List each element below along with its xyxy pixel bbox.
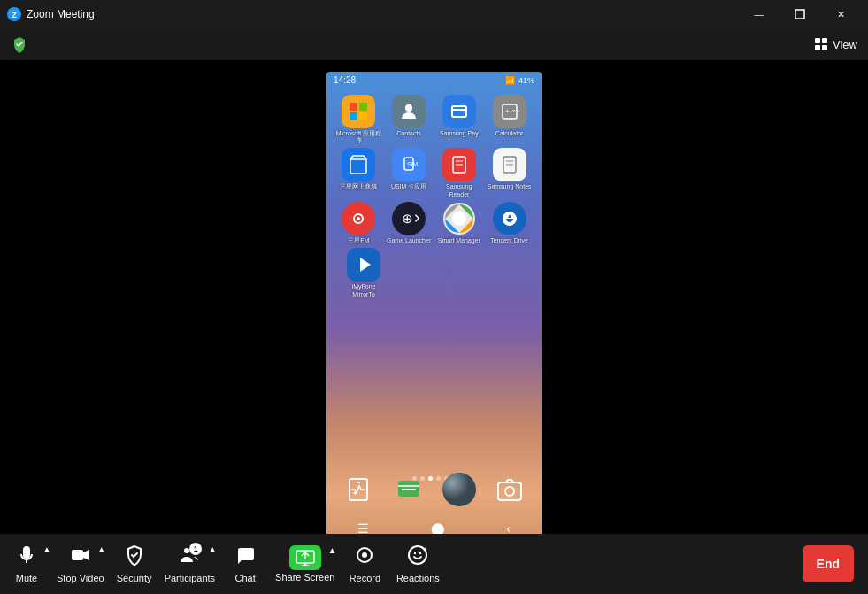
svg-point-29	[452, 212, 466, 226]
app-label: Microsoft 应用程序	[335, 130, 381, 145]
samsung-pay-icon	[442, 95, 476, 128]
contacts-icon	[392, 95, 426, 128]
bottom-toolbar: Mute ▲ Stop Video ▲ Security 1 Participa…	[0, 534, 868, 594]
video-icon	[70, 544, 91, 571]
list-item: Tencent Drive	[487, 202, 533, 244]
app-row-1: Microsoft 应用程序 Contacts Samsung Pay	[334, 95, 534, 145]
tencent-drive-icon	[493, 202, 526, 235]
list-item: +-×÷ Calculator	[487, 95, 533, 145]
mute-button[interactable]: Mute ▲	[0, 539, 53, 589]
status-bar: 14:28 📶 41%	[326, 72, 542, 89]
list-item: Smart Manager	[436, 202, 482, 244]
record-label: Record	[350, 573, 380, 583]
app-row-3: 三星FM ⊕✕ Game Launcher	[334, 202, 534, 244]
list-item: Contacts	[386, 95, 432, 145]
samsung-fm-icon	[342, 202, 375, 235]
svg-point-48	[362, 552, 367, 558]
share-screen-button[interactable]: Share Screen ▲	[272, 540, 338, 588]
svg-point-35	[442, 473, 476, 506]
svg-rect-10	[359, 112, 367, 120]
list-item: SIM USIM 卡应用	[386, 148, 432, 198]
share-screen-chevron-icon: ▲	[327, 545, 336, 555]
phone-dock-icon	[342, 473, 375, 506]
svg-point-26	[357, 217, 360, 220]
app-label: Smart Manager	[438, 237, 480, 244]
shield-icon-container	[11, 35, 28, 53]
app-grid: Microsoft 应用程序 Contacts Samsung Pay	[326, 91, 542, 306]
list-item: 三星FM	[335, 202, 381, 244]
app-label: USIM 卡应用	[391, 183, 426, 190]
chat-label: Chat	[234, 573, 255, 583]
app-label: iMyFone MirrorTo	[341, 283, 387, 298]
reactions-label: Reactions	[396, 573, 440, 583]
svg-text:Z: Z	[12, 11, 17, 19]
chat-button[interactable]: Chat	[219, 539, 272, 589]
security-label: Security	[117, 573, 152, 583]
samsung-reader-icon	[442, 148, 476, 181]
list-item: ⊕✕ Game Launcher	[386, 202, 432, 244]
reactions-icon: +	[407, 544, 428, 571]
app-label: Samsung Pay	[440, 130, 479, 137]
imyfone-icon	[347, 248, 380, 282]
usim-icon: SIM	[392, 148, 426, 181]
svg-rect-7	[350, 103, 357, 111]
battery-icon: 41%	[518, 76, 534, 85]
svg-rect-12	[452, 106, 466, 117]
app-row-4: iMyFone MirrorTo	[334, 248, 534, 298]
minimize-button[interactable]: —	[739, 0, 780, 28]
title-bar-left: Z Zoom Meeting	[7, 7, 95, 21]
svg-marker-40	[83, 550, 89, 560]
stop-video-button[interactable]: Stop Video ▲	[53, 539, 108, 589]
svg-rect-4	[822, 38, 827, 43]
zoom-logo-icon: Z	[7, 7, 21, 21]
reactions-button[interactable]: + Reactions	[391, 539, 444, 589]
share-screen-label: Share Screen	[275, 572, 334, 582]
app-label: Samsung Reader	[436, 183, 482, 198]
close-button[interactable]: ✕	[820, 0, 861, 28]
signal-icon: 📶	[505, 76, 515, 85]
mute-icon	[16, 544, 37, 571]
svg-text:+: +	[423, 545, 427, 553]
mute-label: Mute	[16, 573, 37, 583]
svg-rect-2	[795, 10, 804, 19]
phone-screen: 14:28 📶 41% Microsoft 应用程序	[326, 72, 542, 541]
security-button[interactable]: Security	[108, 539, 161, 589]
camera-dock-icon	[493, 473, 526, 506]
list-item: Samsung Pay	[436, 95, 482, 145]
shield-green-icon	[11, 35, 28, 53]
view-label: View	[833, 38, 857, 51]
svg-text:SIM: SIM	[407, 161, 419, 167]
ms-apps-icon	[342, 95, 375, 128]
svg-rect-9	[350, 112, 357, 120]
security-icon	[124, 544, 145, 571]
end-button[interactable]: End	[803, 545, 854, 582]
svg-marker-30	[360, 258, 371, 272]
mute-chevron-icon: ▲	[42, 544, 51, 554]
svg-rect-6	[822, 45, 827, 50]
app-label: Game Launcher	[387, 237, 431, 244]
toolbar-left: Mute ▲ Stop Video ▲ Security 1 Participa…	[0, 539, 803, 589]
smart-manager-icon	[442, 202, 476, 235]
svg-point-50	[414, 552, 416, 554]
app-label: Contacts	[396, 130, 421, 137]
chat-icon	[234, 544, 256, 571]
dock	[326, 466, 542, 514]
maximize-button[interactable]	[780, 0, 820, 28]
svg-point-37	[505, 487, 514, 496]
app-label: 三星FM	[348, 237, 369, 244]
list-item: iMyFone MirrorTo	[341, 248, 387, 298]
record-button[interactable]: Record	[338, 539, 391, 589]
title-bar: Z Zoom Meeting — ✕	[0, 0, 868, 28]
messages-dock-icon	[392, 473, 426, 506]
svg-rect-8	[359, 103, 367, 111]
samsung-notes-icon	[493, 148, 526, 181]
share-screen-icon	[289, 545, 321, 570]
svg-point-51	[419, 552, 421, 554]
participants-button[interactable]: 1 Participants ▲	[161, 539, 219, 589]
svg-point-11	[405, 104, 412, 112]
samsung-shop-icon	[342, 148, 375, 181]
app-label: Calculator	[495, 130, 524, 137]
view-button[interactable]: View	[814, 37, 857, 51]
app-row-2: 三星网上商城 SIM USIM 卡应用 Samsung Reader	[334, 148, 534, 198]
svg-rect-39	[72, 550, 83, 560]
